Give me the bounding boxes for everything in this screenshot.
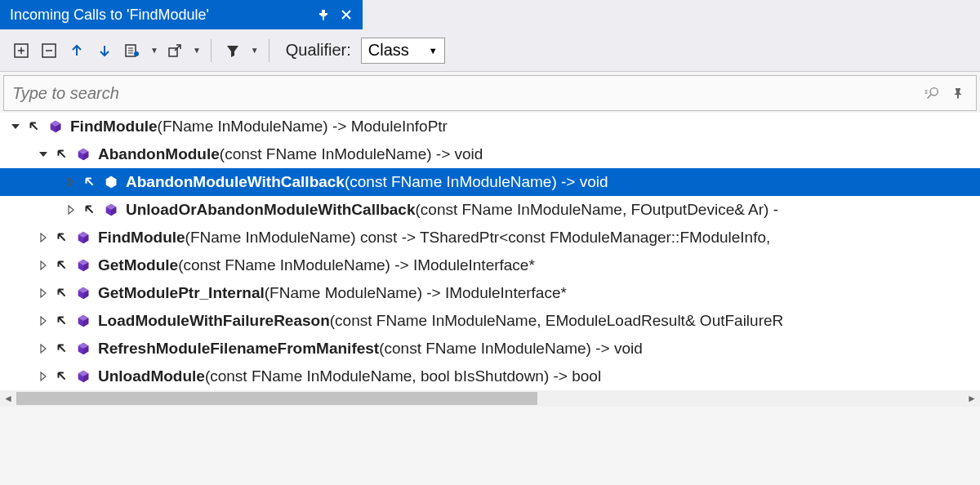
method-icon [103,174,119,190]
search-icon[interactable] [922,83,942,103]
method-icon [47,118,64,135]
search-input[interactable] [12,84,915,103]
tree-row[interactable]: GetModulePtr_Internal(FName ModuleName) … [0,279,980,307]
function-name: FindModule [98,229,185,247]
tree-row[interactable]: FindModule(FName InModuleName) -> Module… [0,113,980,140]
svg-point-5 [930,88,938,96]
method-icon [75,285,91,301]
tree-row[interactable]: AbandonModuleWithCallback(const FName In… [0,168,980,196]
tree-row[interactable]: UnloadModule(const FName InModuleName, b… [0,363,980,390]
incoming-call-icon [26,118,42,135]
expander-collapsed-icon[interactable] [36,369,51,384]
titlebar: Incoming Calls to 'FindModule' [0,0,980,29]
search-bar [3,75,977,111]
call-tree: FindModule(FName InModuleName) -> Module… [0,113,980,390]
incoming-call-icon [82,202,98,218]
scroll-thumb[interactable] [16,392,537,405]
function-signature: (const FName InModuleName, EModuleLoadRe… [330,312,783,330]
incoming-call-icon [54,368,70,385]
expander-collapsed-icon[interactable] [36,314,51,328]
function-signature: (const FName InModuleName) -> void [345,173,608,191]
function-signature: (const FName InModuleName, FOutputDevice… [416,201,779,219]
function-signature: (const FName InModuleName) -> void [220,145,483,163]
expander-collapsed-icon[interactable] [36,286,51,300]
window-title: Incoming Calls to 'FindModule' [10,7,209,24]
method-icon [75,368,91,385]
tree-row[interactable]: AbandonModule(const FName InModuleName) … [0,140,980,168]
navigate-up-button[interactable] [65,39,88,62]
tree-row[interactable]: FindModule(FName InModuleName) const -> … [0,224,980,251]
incoming-call-icon [54,229,70,246]
function-signature: (const FName InModuleName, bool bIsShutd… [205,367,601,385]
tree-row[interactable]: GetModule(const FName InModuleName) -> I… [0,251,980,279]
export-button[interactable] [163,39,186,62]
toolbar: ▼ ▼ ▼ Qualifier: Class ▼ [0,29,980,72]
method-icon [75,146,91,162]
tree-row[interactable]: LoadModuleWithFailureReason(const FName … [0,307,980,335]
function-name: GetModulePtr_Internal [98,284,265,302]
expander-collapsed-icon[interactable] [36,230,51,245]
toolbar-separator [269,39,270,62]
function-name: LoadModuleWithFailureReason [98,312,330,330]
expander-expanded-icon[interactable] [8,119,23,134]
scroll-left-icon[interactable]: ◄ [0,390,16,407]
chevron-down-icon[interactable]: ▼ [251,46,259,55]
chevron-down-icon: ▼ [429,46,438,56]
filter-button[interactable] [221,39,244,62]
highlight-in-editor-button[interactable] [121,39,144,62]
qualifier-label: Qualifier: [286,41,351,60]
function-name: RefreshModuleFilenameFromManifest [98,340,379,358]
function-signature: (FName ModuleName) -> IModuleInterface* [265,284,567,302]
expander-collapsed-icon[interactable] [64,202,78,217]
incoming-call-icon [82,174,98,190]
function-name: UnloadOrAbandonModuleWithCallback [126,201,416,219]
expander-collapsed-icon[interactable] [36,341,51,356]
qualifier-value: Class [368,41,409,60]
method-icon [75,340,91,357]
expander-expanded-icon[interactable] [36,147,51,162]
function-name: FindModule [70,118,158,136]
function-name: AbandonModule [98,145,220,163]
chevron-down-icon[interactable]: ▼ [150,46,158,55]
function-name: AbandonModuleWithCallback [126,173,345,191]
pin-icon[interactable] [317,8,330,21]
incoming-call-icon [54,340,70,357]
incoming-call-icon [54,146,70,162]
tree-row[interactable]: UnloadOrAbandonModuleWithCallback(const … [0,196,980,224]
scroll-track[interactable] [16,392,964,405]
expand-all-button[interactable] [10,39,33,62]
incoming-call-icon [54,257,70,274]
navigate-down-button[interactable] [93,39,116,62]
function-name: UnloadModule [98,367,205,385]
chevron-down-icon[interactable]: ▼ [193,46,201,55]
horizontal-scrollbar[interactable]: ◄ ► [0,390,980,407]
method-icon [75,229,91,246]
method-icon [75,257,91,274]
toolbar-separator [211,39,212,62]
close-icon[interactable] [340,8,353,21]
collapse-all-button[interactable] [38,39,60,62]
qualifier-select[interactable]: Class ▼ [361,38,445,64]
tree-row[interactable]: RefreshModuleFilenameFromManifest(const … [0,335,980,363]
incoming-call-icon [54,285,70,301]
expander-collapsed-icon[interactable] [64,175,78,189]
scroll-right-icon[interactable]: ► [964,390,980,407]
function-signature: (const FName InModuleName) -> IModuleInt… [178,256,535,274]
method-icon [75,313,91,329]
method-icon [103,202,119,218]
function-name: GetModule [98,256,178,274]
window-tab[interactable]: Incoming Calls to 'FindModule' [0,0,363,29]
function-signature: (FName InModuleName) -> ModuleInfoPtr [158,118,448,136]
pin-search-icon[interactable] [948,83,968,103]
incoming-call-icon [54,313,70,329]
function-signature: (const FName InModuleName) -> void [379,340,643,358]
svg-point-3 [134,51,139,56]
expander-collapsed-icon[interactable] [36,258,51,273]
function-signature: (FName InModuleName) const -> TSharedPtr… [185,229,771,247]
